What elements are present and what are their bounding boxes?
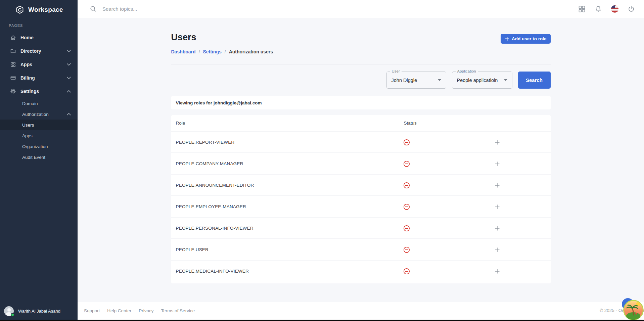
table-row: PEOPLE.ANNOUNCEMENT-EDITOR: [171, 174, 551, 195]
sidebar-item-home[interactable]: Home: [0, 31, 78, 44]
roles-table-body: PEOPLE.REPORT-VIEWERPEOPLE.COMPANY-MANAG…: [171, 131, 551, 281]
role-status-minus-circle-icon[interactable]: [403, 268, 410, 275]
sidebar-item-organization[interactable]: Organization: [0, 141, 78, 152]
sidebar-item-audit-event[interactable]: Audit Event: [0, 152, 78, 163]
chevron-down-icon: [67, 50, 71, 52]
footer-link-privacy[interactable]: Privacy: [139, 308, 153, 313]
apps-icon: [10, 61, 16, 67]
assign-role-plus-button[interactable]: [494, 268, 500, 274]
user-select-value: John Diggle: [392, 78, 417, 83]
application-select-label: Application: [456, 69, 478, 73]
role-status-minus-circle-icon[interactable]: [403, 225, 410, 232]
sidebar: Workspace PAGES HomeDirectoryAppsBilling…: [0, 0, 78, 321]
assign-role-plus-button[interactable]: [494, 139, 500, 145]
sidebar-item-label: Authorization: [22, 112, 49, 117]
table-row: PEOPLE.EMPLOYEE-MANAGER: [171, 195, 551, 217]
chevron-up-icon: [67, 113, 71, 116]
assign-role-plus-button[interactable]: [494, 247, 500, 253]
search-button[interactable]: Search: [518, 72, 551, 89]
sidebar-item-label: Home: [20, 35, 34, 40]
section-divider: [171, 64, 551, 64]
sidebar-item-label: Apps: [20, 62, 32, 67]
apps-launcher-icon[interactable]: [578, 5, 586, 13]
workspace-logo-icon: [15, 5, 24, 14]
chevron-up-icon: [67, 90, 71, 93]
assign-role-plus-button[interactable]: [494, 161, 500, 167]
sidebar-item-apps[interactable]: Apps: [0, 130, 78, 141]
language-us-flag-icon[interactable]: [611, 5, 619, 13]
power-icon[interactable]: [627, 5, 635, 13]
sidebar-item-label: Domain: [22, 101, 38, 106]
breadcrumb-separator: /: [225, 49, 226, 54]
search-icon: [89, 5, 97, 13]
current-user-name: Warith Al Jabal Asahd: [18, 309, 60, 314]
gear-icon: [10, 88, 16, 94]
notifications-bell-icon[interactable]: [594, 5, 602, 13]
column-header-status: Status: [404, 121, 417, 126]
breadcrumb-separator: /: [199, 49, 200, 54]
footer: SupportHelp CenterPrivacyTerms of Servic…: [78, 302, 644, 320]
role-name: PEOPLE.USER: [171, 247, 209, 252]
topbar: [78, 0, 644, 18]
application-select-value: People applicatioin: [457, 78, 498, 83]
chevron-down-icon: [67, 77, 71, 79]
role-name: PEOPLE.ANNOUNCEMENT-EDITOR: [171, 183, 254, 188]
role-name: PEOPLE.PERSONAL-INFO-VIEWER: [171, 226, 254, 231]
sidebar-item-apps[interactable]: Apps: [0, 58, 78, 71]
island-sticker-button[interactable]: [623, 300, 644, 320]
role-name: PEOPLE.MEDICAL-INFO-VIEWER: [171, 269, 249, 274]
assign-role-plus-button[interactable]: [494, 225, 500, 231]
sidebar-item-label: Audit Event: [22, 155, 45, 160]
assign-role-plus-button[interactable]: [494, 182, 500, 188]
footer-link-help-center[interactable]: Help Center: [107, 308, 131, 313]
role-status-minus-circle-icon[interactable]: [403, 160, 410, 167]
sidebar-item-label: Billing: [20, 75, 35, 81]
role-status-minus-circle-icon[interactable]: [403, 246, 410, 253]
application-select[interactable]: Application People applicatioin: [452, 72, 512, 89]
sidebar-item-label: Users: [22, 123, 34, 128]
sidebar-item-label: Directory: [20, 48, 41, 54]
table-row: PEOPLE.REPORT-VIEWER: [171, 131, 551, 152]
user-select-label: User: [390, 69, 402, 73]
tropical-island-icon: [623, 300, 644, 320]
role-status-minus-circle-icon[interactable]: [403, 203, 410, 210]
breadcrumb-settings-link[interactable]: Settings: [203, 49, 222, 54]
footer-link-support[interactable]: Support: [84, 308, 100, 313]
assign-role-plus-button[interactable]: [494, 204, 500, 210]
sidebar-item-label: Organization: [22, 144, 48, 149]
current-user-button[interactable]: Warith Al Jabal Asahd: [0, 302, 78, 320]
column-header-role: Role: [171, 121, 185, 126]
role-status-minus-circle-icon[interactable]: [403, 182, 410, 189]
sidebar-item-domain[interactable]: Domain: [0, 98, 78, 109]
main-content: Users Add user to role Dashboard / Setti…: [78, 18, 644, 302]
footer-link-terms-of-service[interactable]: Terms of Service: [161, 308, 195, 313]
app-logo[interactable]: Workspace: [0, 0, 78, 14]
filter-row: User John Diggle Application People appl…: [171, 72, 551, 89]
search-input[interactable]: [102, 6, 243, 12]
roles-table: Role Status PEOPLE.REPORT-VIEWERPEOPLE.C…: [171, 115, 551, 283]
sidebar-item-users[interactable]: Users: [0, 120, 78, 130]
sidebar-item-authorization[interactable]: Authorization: [0, 109, 78, 120]
add-user-to-role-button[interactable]: Add user to role: [501, 34, 551, 44]
role-name: PEOPLE.REPORT-VIEWER: [171, 140, 235, 145]
user-select[interactable]: User John Diggle: [386, 72, 446, 89]
sidebar-item-label: Apps: [22, 133, 33, 138]
viewing-roles-text: Viewing roles for johndiggle@jabal.com: [176, 100, 262, 105]
role-status-minus-circle-icon[interactable]: [403, 139, 410, 146]
footer-links: SupportHelp CenterPrivacyTerms of Servic…: [78, 308, 195, 313]
viewing-roles-banner: Viewing roles for johndiggle@jabal.com: [171, 96, 551, 109]
online-status-dot: [11, 313, 14, 317]
sidebar-item-settings[interactable]: Settings: [0, 85, 78, 98]
table-row: PEOPLE.PERSONAL-INFO-VIEWER: [171, 217, 551, 238]
table-row: PEOPLE.USER: [171, 238, 551, 260]
page-title: Users: [171, 32, 196, 44]
avatar: [4, 306, 14, 316]
table-header: Role Status: [171, 115, 551, 131]
sidebar-section-label: PAGES: [0, 14, 78, 28]
folder-icon: [10, 48, 16, 54]
sidebar-item-directory[interactable]: Directory: [0, 44, 78, 58]
table-row: PEOPLE.MEDICAL-INFO-VIEWER: [171, 260, 551, 281]
breadcrumb-dashboard-link[interactable]: Dashboard: [171, 49, 196, 54]
chevron-down-icon: [67, 63, 71, 66]
sidebar-item-billing[interactable]: Billing: [0, 71, 78, 85]
